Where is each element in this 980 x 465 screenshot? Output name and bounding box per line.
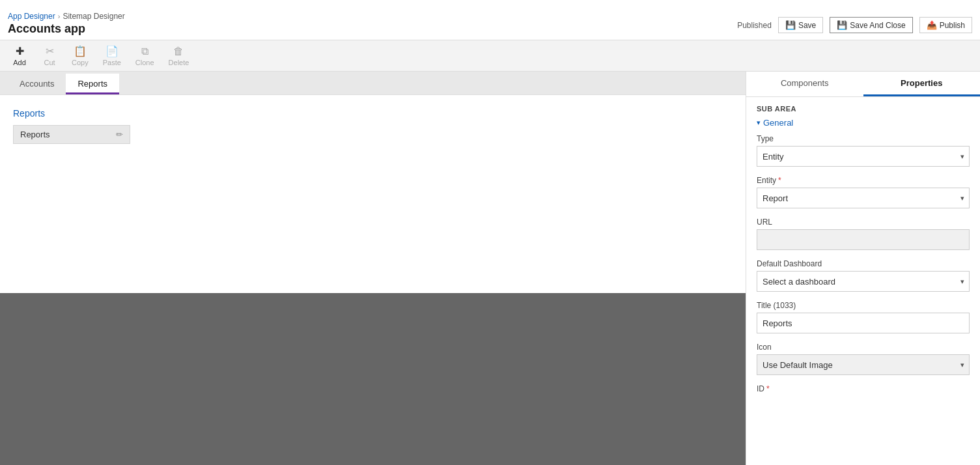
- delete-icon: 🗑: [173, 46, 184, 57]
- tab-reports[interactable]: Reports: [66, 74, 119, 94]
- publish-button[interactable]: 📤 Publish: [919, 17, 972, 33]
- group-label: Reports: [13, 108, 733, 119]
- copy-label: Copy: [72, 59, 89, 66]
- save-and-close-label: Save And Close: [850, 21, 905, 30]
- tab-bar: Accounts Reports: [0, 72, 746, 95]
- sub-area-title: SUB AREA: [757, 105, 970, 113]
- general-section-label: General: [763, 118, 793, 128]
- paste-icon: 📄: [105, 45, 119, 57]
- main-area: Accounts Reports Reports Reports ✏ Compo…: [0, 72, 980, 465]
- tab-components[interactable]: Components: [746, 72, 863, 96]
- default-dashboard-field: Default Dashboard Select a dashboard ▾: [757, 259, 970, 292]
- publish-label: Publish: [940, 21, 965, 30]
- published-label: Published: [737, 21, 772, 30]
- save-and-close-button[interactable]: 💾 Save And Close: [830, 17, 912, 33]
- add-label: Add: [13, 59, 26, 66]
- publish-icon: 📤: [927, 20, 937, 30]
- icon-select[interactable]: Use Default Image: [757, 354, 970, 375]
- url-field: URL: [757, 218, 970, 250]
- subarea-item-label: Reports: [20, 130, 50, 139]
- title-label: Title (1033): [757, 301, 970, 310]
- tab-accounts[interactable]: Accounts: [8, 74, 66, 94]
- top-bar-left: App Designer › Sitemap Designer Accounts…: [8, 12, 125, 40]
- top-bar: App Designer › Sitemap Designer Accounts…: [0, 0, 980, 40]
- canvas-gray-area: [0, 293, 746, 465]
- clone-icon: ⧉: [141, 46, 148, 57]
- type-select-wrapper: Entity URL Web Resource ▾: [757, 146, 970, 167]
- entity-select[interactable]: Report Account Contact: [757, 188, 970, 208]
- delete-button[interactable]: 🗑 Delete: [162, 43, 196, 69]
- id-required-star: *: [766, 384, 770, 393]
- subarea-item[interactable]: Reports ✏: [13, 125, 130, 144]
- canvas-content: Reports Reports ✏: [0, 95, 746, 293]
- save-close-icon: 💾: [837, 20, 847, 30]
- title-field: Title (1033): [757, 301, 970, 333]
- save-button[interactable]: 💾 Save: [778, 17, 823, 33]
- entity-label: Entity *: [757, 176, 970, 185]
- panel-tabs: Components Properties: [746, 72, 980, 97]
- add-button[interactable]: ✚ Add: [5, 42, 34, 69]
- paste-label: Paste: [103, 59, 121, 66]
- toolbar: ✚ Add ✂ Cut 📋 Copy 📄 Paste ⧉ Clone 🗑 Del…: [0, 40, 980, 72]
- save-icon: 💾: [785, 20, 796, 30]
- type-select[interactable]: Entity URL Web Resource: [757, 146, 970, 167]
- top-bar-right: Published 💾 Save 💾 Save And Close 📤 Publ…: [737, 17, 972, 40]
- edit-icon[interactable]: ✏: [116, 130, 123, 139]
- url-label: URL: [757, 218, 970, 227]
- icon-label: Icon: [757, 343, 970, 352]
- id-field: ID *: [757, 384, 970, 393]
- title-input[interactable]: [757, 313, 970, 333]
- entity-field: Entity * Report Account Contact ▾: [757, 176, 970, 208]
- canvas: Accounts Reports Reports Reports ✏: [0, 72, 746, 465]
- save-label: Save: [798, 21, 816, 30]
- tab-properties[interactable]: Properties: [863, 72, 981, 96]
- clone-label: Clone: [135, 59, 154, 66]
- breadcrumb: App Designer › Sitemap Designer: [8, 12, 125, 21]
- default-dashboard-label: Default Dashboard: [757, 259, 970, 268]
- id-label: ID *: [757, 384, 970, 393]
- dashboard-select-wrapper: Select a dashboard ▾: [757, 271, 970, 292]
- icon-select-wrapper: Use Default Image ▾: [757, 354, 970, 375]
- panel-content: SUB AREA ▾ General Type Entity URL Web R…: [746, 97, 980, 465]
- type-label: Type: [757, 134, 970, 143]
- delete-label: Delete: [169, 59, 189, 66]
- cut-label: Cut: [44, 59, 55, 66]
- url-input[interactable]: [757, 229, 970, 250]
- entity-select-wrapper: Report Account Contact ▾: [757, 188, 970, 208]
- add-icon: ✚: [16, 45, 24, 57]
- dashboard-select[interactable]: Select a dashboard: [757, 271, 970, 292]
- app-designer-link[interactable]: App Designer: [8, 12, 55, 21]
- clone-button[interactable]: ⧉ Clone: [129, 43, 161, 69]
- icon-field: Icon Use Default Image ▾: [757, 343, 970, 375]
- entity-required-star: *: [778, 176, 781, 185]
- right-panel: Components Properties SUB AREA ▾ General…: [746, 72, 980, 465]
- copy-icon: 📋: [74, 45, 87, 57]
- copy-button[interactable]: 📋 Copy: [65, 42, 95, 69]
- cut-button[interactable]: ✂ Cut: [35, 42, 64, 69]
- chevron-down-icon: ▾: [757, 119, 761, 127]
- cut-icon: ✂: [46, 45, 54, 57]
- paste-button[interactable]: 📄 Paste: [96, 42, 128, 69]
- general-section-header[interactable]: ▾ General: [757, 118, 970, 128]
- sitemap-designer-label: Sitemap Designer: [63, 12, 124, 21]
- breadcrumb-sep: ›: [58, 12, 61, 20]
- app-title: Accounts app: [8, 22, 125, 40]
- type-field: Type Entity URL Web Resource ▾: [757, 134, 970, 167]
